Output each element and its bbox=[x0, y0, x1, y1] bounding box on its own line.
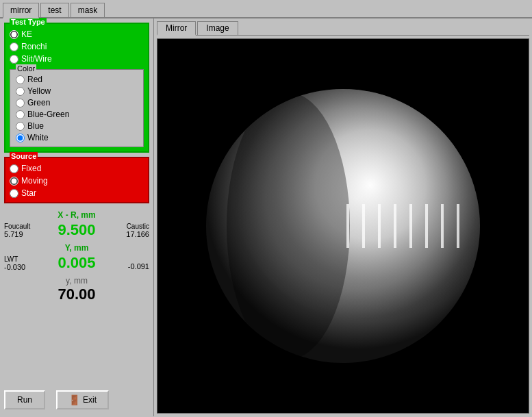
svg-rect-11 bbox=[457, 204, 459, 248]
color-bluegreen-radio[interactable] bbox=[16, 110, 25, 119]
source-label: Source bbox=[10, 152, 38, 160]
sphere-svg bbox=[192, 75, 494, 377]
mirror-display bbox=[157, 38, 529, 414]
test-type-label: Test Type bbox=[10, 18, 47, 26]
color-green-row: Green bbox=[16, 98, 138, 108]
color-red-label: Red bbox=[27, 75, 42, 84]
foucault-label: Foucault bbox=[4, 223, 33, 230]
exit-icon: 🚪 bbox=[68, 394, 80, 405]
y-row: LWT -0.030 0.005 -0.091 bbox=[4, 254, 149, 272]
main-layout: Test Type KE Ronchi Slit/Wire Color Red bbox=[0, 18, 532, 416]
svg-rect-5 bbox=[362, 204, 365, 248]
svg-point-3 bbox=[227, 92, 350, 359]
svg-rect-7 bbox=[394, 204, 396, 248]
tab-mirror[interactable]: mirror bbox=[3, 3, 39, 18]
source-moving-row: Moving bbox=[10, 176, 144, 186]
svg-rect-8 bbox=[409, 204, 412, 248]
svg-rect-9 bbox=[425, 204, 428, 248]
color-bluegreen-row: Blue-Green bbox=[16, 110, 138, 119]
run-button[interactable]: Run bbox=[4, 390, 45, 409]
ymm-section: y, mm 70.00 bbox=[4, 276, 149, 303]
source-group: Source Fixed Moving Star bbox=[4, 157, 149, 203]
tab-mirror-view[interactable]: Mirror bbox=[157, 21, 196, 36]
test-type-group: Test Type KE Ronchi Slit/Wire Color Red bbox=[4, 23, 149, 153]
button-row: Run 🚪 Exit bbox=[4, 388, 149, 412]
color-yellow-radio[interactable] bbox=[16, 87, 25, 96]
xr-header: X - R, mm bbox=[4, 210, 149, 220]
tab-test[interactable]: test bbox=[40, 3, 68, 17]
color-green-radio[interactable] bbox=[16, 99, 25, 108]
color-red-radio[interactable] bbox=[16, 75, 25, 84]
foucault-value: 5.719 bbox=[4, 230, 33, 238]
color-blue-radio[interactable] bbox=[16, 122, 25, 131]
measurements-section: X - R, mm Foucault 5.719 9.500 Caustic 1… bbox=[4, 210, 149, 303]
y-header: Y, mm bbox=[4, 243, 149, 253]
test-type-slitwire-radio[interactable] bbox=[10, 55, 18, 64]
spacer bbox=[4, 307, 149, 383]
color-yellow-label: Yellow bbox=[27, 86, 51, 96]
source-moving-radio[interactable] bbox=[10, 177, 18, 186]
color-yellow-row: Yellow bbox=[16, 86, 138, 96]
right-panel: Mirror Image bbox=[154, 18, 532, 416]
source-star-row: Star bbox=[10, 188, 144, 198]
caustic-value: 17.166 bbox=[121, 230, 149, 238]
test-type-slitwire-label: Slit/Wire bbox=[21, 54, 52, 64]
test-type-ronchi-label: Ronchi bbox=[21, 42, 47, 51]
test-type-slitwire-row: Slit/Wire bbox=[10, 54, 144, 64]
right-tab-bar: Mirror Image bbox=[157, 21, 529, 36]
color-blue-row: Blue bbox=[16, 121, 138, 131]
source-moving-label: Moving bbox=[21, 176, 48, 186]
color-group: Color Red Yellow Green Blue-Green bbox=[10, 69, 144, 147]
y-right-value: -0.091 bbox=[121, 262, 149, 270]
color-blue-label: Blue bbox=[27, 121, 44, 131]
tab-mask[interactable]: mask bbox=[71, 3, 105, 17]
svg-rect-4 bbox=[346, 204, 349, 248]
color-label: Color bbox=[16, 64, 36, 73]
color-green-label: Green bbox=[27, 98, 50, 108]
source-star-radio[interactable] bbox=[10, 189, 18, 198]
xr-value: 9.500 bbox=[33, 221, 121, 239]
source-fixed-row: Fixed bbox=[10, 164, 144, 173]
color-red-row: Red bbox=[16, 75, 138, 84]
test-type-ronchi-radio[interactable] bbox=[10, 42, 18, 51]
caustic-label: Caustic bbox=[121, 223, 149, 230]
test-type-ke-label: KE bbox=[21, 29, 32, 39]
exit-button[interactable]: 🚪 Exit bbox=[56, 390, 109, 409]
svg-rect-10 bbox=[441, 204, 444, 248]
color-white-row: White bbox=[16, 133, 138, 142]
source-fixed-radio[interactable] bbox=[10, 164, 18, 173]
tab-image-view[interactable]: Image bbox=[197, 21, 238, 35]
source-fixed-label: Fixed bbox=[21, 164, 41, 173]
y-value: 0.005 bbox=[33, 254, 121, 272]
ymm-value: 70.00 bbox=[4, 286, 149, 303]
xr-row: Foucault 5.719 9.500 Caustic 17.166 bbox=[4, 221, 149, 239]
lwt-value: -0.030 bbox=[4, 263, 33, 271]
source-star-label: Star bbox=[21, 188, 36, 198]
test-type-ke-radio[interactable] bbox=[10, 30, 18, 39]
ymm-label: y, mm bbox=[4, 276, 149, 286]
svg-rect-6 bbox=[378, 204, 381, 248]
color-white-radio[interactable] bbox=[16, 134, 25, 142]
color-bluegreen-label: Blue-Green bbox=[27, 110, 69, 119]
left-panel: Test Type KE Ronchi Slit/Wire Color Red bbox=[0, 18, 154, 416]
lwt-label: LWT bbox=[4, 255, 33, 263]
top-tab-bar: mirror test mask bbox=[0, 0, 532, 18]
color-white-label: White bbox=[27, 133, 49, 142]
test-type-ke-row: KE bbox=[10, 29, 144, 39]
exit-label: Exit bbox=[83, 395, 97, 405]
test-type-ronchi-row: Ronchi bbox=[10, 42, 144, 51]
